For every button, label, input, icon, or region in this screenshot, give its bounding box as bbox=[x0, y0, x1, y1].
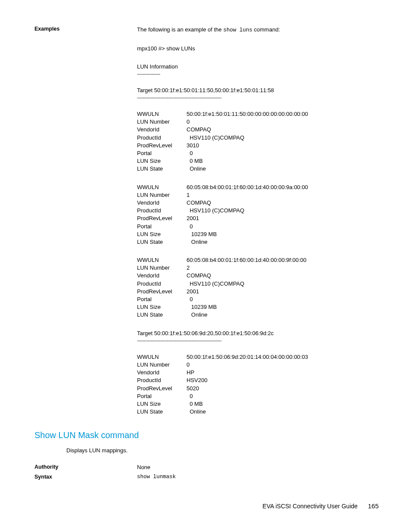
intro-post: command: bbox=[252, 26, 280, 33]
lun-field-value: 0 bbox=[187, 361, 190, 369]
lun-row: Portal 0 bbox=[137, 392, 379, 400]
lun-field-value: 2001 bbox=[187, 288, 199, 296]
lun-field-label: WWULN bbox=[137, 184, 187, 191]
lun-field-label: LUN Number bbox=[137, 361, 187, 369]
lun-field-label: LUN State bbox=[137, 238, 187, 246]
lun-row: LUN Number0 bbox=[137, 118, 379, 126]
lun-field-value: COMPAQ bbox=[187, 199, 211, 207]
lun-field-value: 10239 MB bbox=[187, 230, 217, 238]
lun-field-value: COMPAQ bbox=[187, 126, 211, 134]
lun-field-value: 0 bbox=[187, 118, 190, 126]
lun-block: WWULN50:00:1f:e1:50:01:11:50:00:00:00:00… bbox=[137, 110, 379, 173]
lun-row: ProdRevLevel5020 bbox=[137, 385, 379, 392]
show-lun-mask-desc: Displays LUN mappings. bbox=[66, 447, 379, 454]
page-footer: EVA iSCSI Connectivity User Guide 165 bbox=[262, 502, 379, 510]
lun-field-label: VendorId bbox=[137, 272, 187, 280]
lun-field-value: 3010 bbox=[187, 142, 199, 149]
lun-field-label: VendorId bbox=[137, 199, 187, 207]
lun-row: LUN Size 0 MB bbox=[137, 157, 379, 165]
lun-field-value: 50:00:1f:e1:50:06:9d:20:01:14:00:04:00:0… bbox=[187, 353, 308, 361]
lun-field-value: Online bbox=[187, 165, 206, 173]
target-line: Target 50:00:1f:e1:50:06:9d:20,50:00:1f:… bbox=[137, 330, 379, 337]
lun-row: LUN Number1 bbox=[137, 191, 379, 199]
lun-row: LUN State Online bbox=[137, 311, 379, 319]
lun-field-label: LUN State bbox=[137, 408, 187, 416]
lun-field-label: LUN Number bbox=[137, 118, 187, 126]
lun-field-value: COMPAQ bbox=[187, 272, 211, 280]
lun-field-value: 0 bbox=[187, 296, 193, 303]
lun-field-value: 2001 bbox=[187, 215, 199, 222]
lun-row: ProductIdHSV200 bbox=[137, 376, 379, 384]
lun-row: LUN Number2 bbox=[137, 264, 379, 272]
dash-line: ----------------------------------------… bbox=[137, 95, 379, 100]
lun-field-label: ProdRevLevel bbox=[137, 288, 187, 296]
intro-pre: The following is an example of the bbox=[137, 26, 223, 33]
footer-page: 165 bbox=[368, 502, 379, 510]
lun-field-label: WWULN bbox=[137, 353, 187, 361]
lun-field-label: Portal bbox=[137, 149, 187, 157]
lun-row: WWULN60:05:08:b4:00:01:1f:60:00:1d:40:00… bbox=[137, 256, 379, 264]
lun-field-value: 1 bbox=[187, 191, 190, 199]
intro-mono: show luns bbox=[223, 27, 252, 33]
lun-field-label: LUN Size bbox=[137, 157, 187, 165]
lun-row: VendorIdCOMPAQ bbox=[137, 126, 379, 134]
show-lun-mask-heading: Show LUN Mask command bbox=[34, 430, 379, 440]
lun-field-label: ProdRevLevel bbox=[137, 215, 187, 222]
lun-field-label: LUN Size bbox=[137, 230, 187, 238]
lun-row: LUN Number0 bbox=[137, 361, 379, 369]
cmd-line: mpx100 #> show LUNs bbox=[137, 45, 379, 53]
lun-row: WWULN50:00:1f:e1:50:01:11:50:00:00:00:00… bbox=[137, 110, 379, 118]
lun-field-label: ProductId bbox=[137, 376, 187, 384]
lun-field-label: Portal bbox=[137, 392, 187, 400]
lun-row: VendorIdCOMPAQ bbox=[137, 272, 379, 280]
syntax-value: show lunmask bbox=[137, 474, 379, 480]
lun-field-label: ProdRevLevel bbox=[137, 142, 187, 149]
examples-label: Examples bbox=[34, 26, 137, 416]
lun-field-value: 0 MB bbox=[187, 400, 203, 408]
lun-field-label: LUN Number bbox=[137, 191, 187, 199]
lun-field-value: 10239 MB bbox=[187, 303, 217, 311]
lun-field-value: HSV110 (C)COMPAQ bbox=[187, 134, 244, 142]
lun-row: LUN State Online bbox=[137, 165, 379, 173]
lun-field-value: 0 bbox=[187, 392, 193, 400]
lun-row: ProdRevLevel2001 bbox=[137, 215, 379, 222]
syntax-label: Syntax bbox=[34, 474, 137, 480]
lun-field-label: ProductId bbox=[137, 280, 187, 288]
lun-field-value: HSV110 (C)COMPAQ bbox=[187, 207, 244, 215]
examples-content: The following is an example of the show … bbox=[137, 26, 379, 416]
lun-row: LUN Size 10239 MB bbox=[137, 230, 379, 238]
lun-info-header: LUN Information bbox=[137, 63, 379, 71]
lun-field-value: Online bbox=[187, 238, 207, 246]
lun-row: LUN Size 10239 MB bbox=[137, 303, 379, 311]
lun-field-label: ProductId bbox=[137, 134, 187, 142]
dash-line: ----------------------------------------… bbox=[137, 338, 379, 343]
lun-field-label: ProdRevLevel bbox=[137, 385, 187, 392]
lun-row: Portal 0 bbox=[137, 296, 379, 303]
lun-field-value: 0 bbox=[187, 223, 193, 230]
lun-row: LUN State Online bbox=[137, 238, 379, 246]
lun-field-label: Portal bbox=[137, 223, 187, 230]
footer-title: EVA iSCSI Connectivity User Guide bbox=[262, 503, 358, 510]
lun-field-value: 0 bbox=[187, 149, 193, 157]
lun-field-label: LUN Size bbox=[137, 303, 187, 311]
target-line: Target 50:00:1f:e1:50:01:11:50,50:00:1f:… bbox=[137, 87, 379, 94]
lun-block: WWULN60:05:08:b4:00:01:1f:60:00:1d:40:00… bbox=[137, 184, 379, 246]
lun-field-value: HSV110 (C)COMPAQ bbox=[187, 280, 244, 288]
lun-field-value: HP bbox=[187, 369, 194, 376]
lun-row: WWULN50:00:1f:e1:50:06:9d:20:01:14:00:04… bbox=[137, 353, 379, 361]
lun-field-label: LUN State bbox=[137, 311, 187, 319]
lun-row: VendorIdHP bbox=[137, 369, 379, 376]
lun-field-label: LUN Number bbox=[137, 264, 187, 272]
lun-field-label: VendorId bbox=[137, 369, 187, 376]
lun-row: LUN Size 0 MB bbox=[137, 400, 379, 408]
lun-row: ProdRevLevel2001 bbox=[137, 288, 379, 296]
lun-field-value: 2 bbox=[187, 264, 190, 272]
lun-field-label: Portal bbox=[137, 296, 187, 303]
lun-field-label: LUN State bbox=[137, 165, 187, 173]
authority-value: None bbox=[137, 464, 379, 470]
lun-row: Portal 0 bbox=[137, 149, 379, 157]
lun-field-value: 5020 bbox=[187, 385, 199, 392]
lun-field-label: VendorId bbox=[137, 126, 187, 134]
lun-row: ProductId HSV110 (C)COMPAQ bbox=[137, 280, 379, 288]
lun-row: ProdRevLevel3010 bbox=[137, 142, 379, 149]
